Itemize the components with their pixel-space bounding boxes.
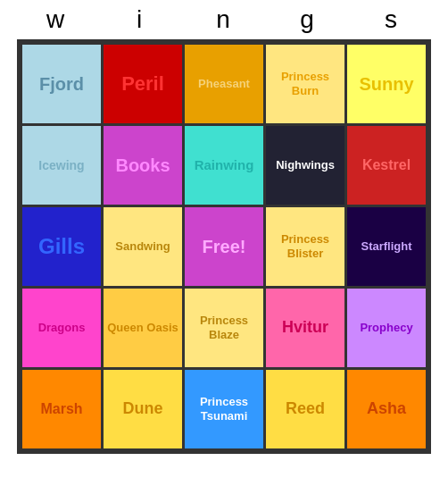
header-letter-s: s xyxy=(356,5,427,34)
cell-0: Fjord xyxy=(22,45,101,123)
cell-19: Prophecy xyxy=(347,289,426,367)
cell-23: Reed xyxy=(266,370,344,448)
cell-4: Sunny xyxy=(347,45,426,123)
header-letter-g: g xyxy=(272,5,344,34)
cell-16: Queen Oasis xyxy=(104,289,182,367)
cell-10: Gills xyxy=(22,207,101,286)
cell-17: Princess Blaze xyxy=(185,289,263,367)
cell-24: Asha xyxy=(347,370,426,448)
cell-9: Kestrel xyxy=(347,126,426,205)
header-letter-w: w xyxy=(21,5,92,34)
header-letter-i: i xyxy=(104,5,176,34)
cell-22: Princess Tsunami xyxy=(185,370,263,448)
cell-18: Hvitur xyxy=(266,289,344,367)
header-row: wings xyxy=(14,0,434,39)
cell-20: Marsh xyxy=(22,370,101,448)
cell-2: Pheasant xyxy=(185,45,263,123)
cell-1: Peril xyxy=(104,45,182,123)
header-letter-n: n xyxy=(188,5,260,34)
cell-3: Princess Burn xyxy=(266,45,344,123)
cell-11: Sandwing xyxy=(104,207,182,286)
cell-13: Princess Blister xyxy=(266,207,344,286)
cell-15: Dragons xyxy=(22,289,101,367)
cell-5: Icewing xyxy=(22,126,101,205)
cell-21: Dune xyxy=(104,370,182,448)
cell-8: Nighwings xyxy=(266,126,344,205)
cell-7: Rainwing xyxy=(185,126,263,205)
cell-6: Books xyxy=(104,126,182,205)
cell-12: Free! xyxy=(185,207,263,286)
bingo-grid: FjordPerilPheasantPrincess BurnSunnyIcew… xyxy=(17,39,431,454)
cell-14: Starflight xyxy=(347,207,426,286)
